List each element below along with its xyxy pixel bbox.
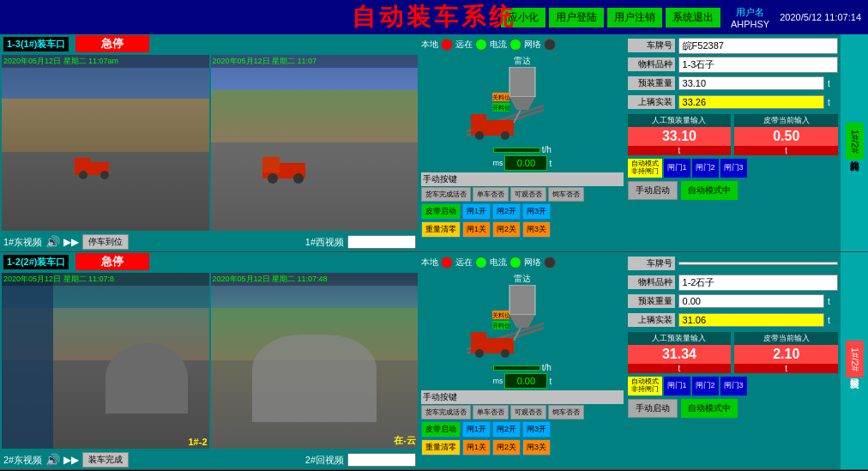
preset-label: 预装重量 [628, 76, 675, 90]
station2-row: 1-2(2#)装车口 急停 2020年05月12日 星期二 11:07:8 1#… [0, 252, 868, 470]
svg-rect-17 [471, 114, 486, 128]
preset-unit: t [828, 79, 838, 88]
station2-side-btn[interactable]: 1#/2#装料口报警 [846, 341, 864, 378]
s2-cam2-input[interactable] [347, 453, 416, 467]
manual-preset-label: 人工预装量输入 [628, 114, 732, 127]
led-network [544, 39, 556, 51]
s2-valve3-btn[interactable]: 闸门3 [720, 377, 747, 396]
reset-btn[interactable]: 重量清零 [421, 221, 461, 238]
valve3-open-btn[interactable]: 闸3开 [522, 203, 551, 220]
s2-btn-observe[interactable]: 可观否否 [510, 405, 546, 420]
btn-single-car[interactable]: 单车否否 [473, 187, 509, 202]
station1-far-right: 1#/2#装料门操作 [841, 34, 868, 251]
valve2-open-btn[interactable]: 闸2开 [492, 203, 521, 220]
valve2-btn[interactable]: 闸门2 [692, 159, 719, 178]
valve2-close-btn[interactable]: 闸2关 [492, 221, 521, 238]
station1-data: 车牌号 皖F52387 物料品种 1-3石子 预装重量 33.10 t 上辆实装… [625, 34, 841, 251]
valve3-close-btn[interactable]: 闸3关 [522, 221, 551, 238]
login-button[interactable]: 用户登陆 [549, 8, 604, 27]
cam2-input[interactable] [347, 235, 416, 249]
station1-cam2: 2020年05月12日 星期二 11:07 [211, 55, 419, 231]
svg-point-32 [501, 349, 509, 358]
station2-header: 1-2(2#)装车口 急停 [0, 252, 419, 271]
s2-manual-preset-box: 人工预装量输入 31.34 t [628, 332, 732, 373]
s2-valve2-close-btn[interactable]: 闸2关 [492, 439, 521, 456]
manual-btns-row1: 货车完成活否 单车否否 可观否否 饲车否否 [421, 187, 624, 202]
s2-ind-label-3: 电流 [490, 257, 507, 269]
s2-belt-input-label: 皮带当前输入 [734, 332, 838, 345]
s2-valve3-close-btn[interactable]: 闸3关 [522, 439, 551, 456]
s2-btn-truck-done[interactable]: 货车完成活否 [421, 405, 471, 420]
station1-header: 1-3(1#)装车口 急停 [0, 34, 419, 53]
logout-button[interactable]: 用户注销 [607, 8, 662, 27]
manual-start-btn[interactable]: 手动启动 [628, 181, 678, 200]
s2-led-remote [475, 257, 487, 269]
s2-belt-start-btn[interactable]: 皮带启动 [421, 421, 461, 438]
station2-inputs: 人工预装量输入 31.34 t 皮带当前输入 2.10 t [628, 332, 839, 373]
s2-valve1-close-btn[interactable]: 闸1关 [462, 439, 491, 456]
station2-start-btns: 手动启动 自动模式中 [628, 399, 839, 418]
manual-label: 手动按键 [421, 172, 624, 186]
app-title: 自动装车系统 [352, 1, 516, 33]
s2-valve1-open-btn[interactable]: 闸1开 [462, 421, 491, 438]
s2-manual-start-btn[interactable]: 手动启动 [628, 399, 678, 418]
s2-last-label: 上辆实装 [628, 313, 675, 327]
cam1-status-btn[interactable]: 停车到位 [82, 234, 129, 250]
led-remote [475, 39, 487, 51]
s2-valve3-open-btn[interactable]: 闸3开 [522, 421, 551, 438]
station1-cam-bottom: 1#东视频 🔊 ▶▶ 停车到位 1#西视频 [0, 232, 419, 251]
material-value: 1-3石子 [678, 57, 839, 73]
station1-emergency-button[interactable]: 急停 [75, 35, 149, 52]
s2-btn-single-car[interactable]: 单车否否 [473, 405, 509, 420]
s2-auto-mode-btn[interactable]: 自动模式 非持闸门 [628, 377, 662, 396]
station2-emergency-button[interactable]: 急停 [75, 253, 149, 270]
s2-cam2-timestamp: 2020年05月12日 星期二 11:07:48 [211, 273, 419, 286]
valve3-btn[interactable]: 闸门3 [720, 159, 747, 178]
s2-cam1-scene [2, 273, 209, 449]
s2-ind-label-2: 远在 [455, 257, 473, 269]
svg-text:关料位: 关料位 [491, 94, 509, 100]
plate-label: 车牌号 [628, 39, 675, 52]
s2-led-local [441, 257, 453, 269]
exit-button[interactable]: 系统退出 [666, 8, 720, 27]
s2-manual-btns-row3: 重量清零 闸1关 闸2关 闸3关 [421, 439, 624, 456]
station1-side-btn[interactable]: 1#/2#装料门操作 [846, 123, 864, 160]
s2-last-row: 上辆实装 31.06 t [628, 311, 839, 329]
s2-valve2-open-btn[interactable]: 闸2开 [492, 421, 521, 438]
ind-label-4: 网络 [524, 39, 541, 51]
mode-active-btn[interactable]: 自动模式中 [681, 181, 738, 200]
speed-unit: t/h [542, 145, 552, 154]
station1-controls: 本地 远在 电流 网络 雷达 [419, 34, 625, 251]
btn-feed[interactable]: 饲车否否 [548, 187, 584, 202]
belt-input-value: 0.50 [734, 127, 838, 146]
svg-point-2 [79, 171, 87, 179]
ind-label-2: 远在 [455, 39, 473, 51]
s2-valve2-btn[interactable]: 闸门2 [692, 377, 719, 396]
auto-mode-btn[interactable]: 自动模式 非持闸门 [628, 159, 662, 178]
s2-valve1-btn[interactable]: 闸门1 [664, 377, 690, 396]
speed-display [493, 148, 540, 153]
station1-valves: 自动模式 非持闸门 闸门1 闸门2 闸门3 [628, 159, 839, 178]
s2-btn-feed[interactable]: 饲车否否 [548, 405, 584, 420]
valve1-btn[interactable]: 闸门1 [664, 159, 690, 178]
btn-observe[interactable]: 可观否否 [510, 187, 546, 202]
belt-start-btn[interactable]: 皮带启动 [421, 203, 461, 220]
s2-manual-preset-label: 人工预装量输入 [628, 332, 732, 345]
s2-cam2-label: 2#回视频 [305, 454, 344, 467]
valve1-open-btn[interactable]: 闸1开 [462, 203, 491, 220]
station1-inputs: 人工预装量输入 33.10 t 皮带当前输入 0.50 t [628, 114, 839, 155]
station2-label: 1-2(2#)装车口 [3, 255, 69, 269]
s2-reset-btn[interactable]: 重量清零 [421, 439, 461, 456]
preset-row: 预装重量 33.10 t [628, 75, 839, 92]
station2-valves: 自动模式 非持闸门 闸门1 闸门2 闸门3 [628, 377, 839, 396]
s2-cam1-label: 2#东视频 [3, 454, 42, 467]
s2-conveyor-svg: 关料位 开料位 [467, 285, 578, 362]
btn-truck-done[interactable]: 货车完成活否 [421, 187, 471, 202]
radar-label: 雷达 [514, 55, 531, 67]
valve1-close-btn[interactable]: 闸1关 [462, 221, 491, 238]
s2-manual-preset-unit: t [628, 364, 732, 373]
cam1-label: 1#东视频 [3, 236, 42, 249]
s2-material-label: 物料品种 [628, 275, 675, 289]
s2-mode-active-btn[interactable]: 自动模式中 [681, 399, 738, 418]
s2-cam1-status-btn[interactable]: 装车完成 [82, 452, 129, 468]
